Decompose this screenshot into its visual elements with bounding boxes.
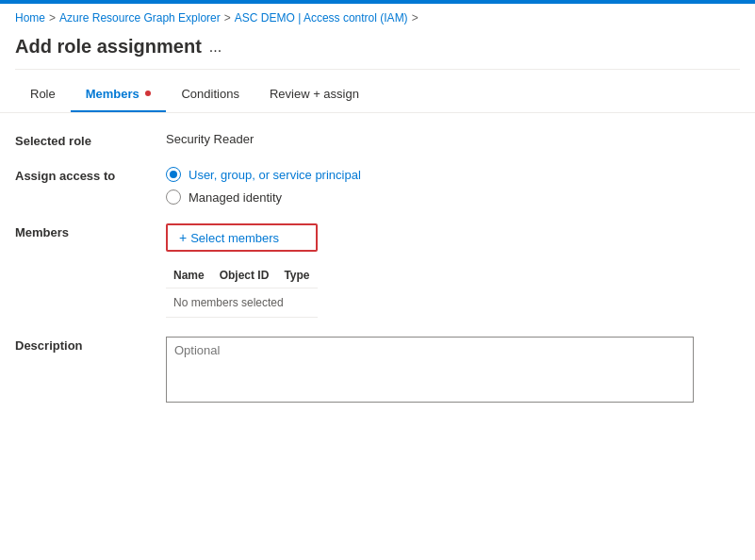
selected-role-label: Selected role bbox=[15, 132, 166, 148]
page-header: Add role assignment ... bbox=[0, 32, 755, 69]
description-row: Description bbox=[15, 337, 740, 403]
radio-managed-identity-label: Managed identity bbox=[189, 190, 282, 205]
breadcrumb-asc-demo[interactable]: ASC DEMO | Access control (IAM) bbox=[235, 11, 408, 25]
tab-role-label: Role bbox=[30, 87, 56, 101]
tab-conditions[interactable]: Conditions bbox=[166, 77, 254, 112]
plus-icon: + bbox=[179, 230, 187, 245]
col-object-id: Object ID bbox=[212, 263, 277, 288]
select-members-button[interactable]: + Select members bbox=[166, 223, 318, 252]
breadcrumb-home[interactable]: Home bbox=[15, 11, 45, 25]
breadcrumb-graph-explorer[interactable]: Azure Resource Graph Explorer bbox=[59, 11, 221, 25]
content-area: Selected role Security Reader Assign acc… bbox=[0, 113, 755, 421]
members-label: Members bbox=[15, 223, 166, 239]
breadcrumb-sep-3: > bbox=[412, 11, 419, 25]
col-name: Name bbox=[166, 263, 212, 288]
assign-access-options: User, group, or service principal Manage… bbox=[166, 167, 361, 205]
page-options-dots[interactable]: ... bbox=[209, 39, 222, 56]
tab-role[interactable]: Role bbox=[15, 77, 71, 112]
assign-access-row: Assign access to User, group, or service… bbox=[15, 167, 740, 205]
breadcrumb-sep-1: > bbox=[49, 11, 56, 25]
radio-managed-identity[interactable]: Managed identity bbox=[166, 189, 361, 205]
description-textarea[interactable] bbox=[166, 337, 694, 403]
radio-managed-identity-circle bbox=[166, 189, 181, 205]
tab-bar: Role Members Conditions Review + assign bbox=[0, 77, 755, 113]
tab-review-label: Review + assign bbox=[270, 87, 359, 101]
members-empty-message: No members selected bbox=[166, 288, 318, 318]
assign-access-label: Assign access to bbox=[15, 167, 166, 183]
tab-members-dot bbox=[145, 91, 151, 96]
select-members-button-label: Select members bbox=[190, 231, 279, 245]
selected-role-value: Security Reader bbox=[166, 132, 254, 146]
members-section: + Select members Name Object ID Type No … bbox=[166, 223, 318, 318]
description-label: Description bbox=[15, 337, 166, 353]
members-table: Name Object ID Type No members selected bbox=[166, 263, 318, 318]
members-row: Members + Select members Name Object ID … bbox=[15, 223, 740, 318]
selected-role-row: Selected role Security Reader bbox=[15, 132, 740, 148]
radio-user-group-label: User, group, or service principal bbox=[189, 168, 361, 182]
breadcrumb: Home > Azure Resource Graph Explorer > A… bbox=[0, 4, 755, 32]
page-title: Add role assignment bbox=[15, 36, 202, 58]
tab-members-label: Members bbox=[86, 87, 140, 101]
radio-user-group-circle bbox=[166, 167, 181, 182]
tab-review[interactable]: Review + assign bbox=[254, 77, 374, 112]
header-divider bbox=[15, 69, 740, 70]
breadcrumb-sep-2: > bbox=[224, 11, 231, 25]
tab-members[interactable]: Members bbox=[71, 77, 167, 112]
radio-user-group[interactable]: User, group, or service principal bbox=[166, 167, 361, 182]
members-empty-row: No members selected bbox=[166, 288, 318, 318]
tab-conditions-label: Conditions bbox=[181, 87, 238, 101]
col-type: Type bbox=[276, 263, 317, 288]
